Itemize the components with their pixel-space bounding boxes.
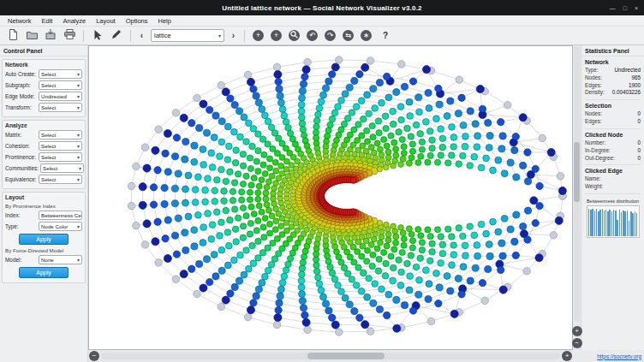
edge-mode-label: Edge Mode: — [5, 93, 34, 99]
select-value: Select — [41, 132, 56, 138]
matrix-row: Matrix: Select ▾ — [5, 130, 82, 139]
add-node-button[interactable]: + — [253, 30, 264, 41]
zoom-out-button[interactable]: − — [572, 338, 582, 348]
auto-create-label: Auto Create: — [5, 71, 36, 77]
stat-label: Edges: — [585, 82, 602, 90]
stats-network-title: Network — [585, 59, 641, 65]
histogram-bar — [635, 211, 635, 236]
histogram-bar — [613, 210, 614, 236]
menu-options[interactable]: Options — [121, 17, 153, 25]
edit-node-button[interactable] — [108, 28, 125, 44]
layout-index-select[interactable]: Betweenness Cen.. ▾ — [39, 211, 82, 220]
transform-label: Transform: — [5, 104, 32, 110]
print-network-button[interactable] — [61, 28, 78, 44]
chevron-down-icon: ▾ — [77, 154, 80, 160]
close-icon[interactable]: × — [635, 5, 638, 11]
select-value: Select — [41, 154, 56, 160]
vertical-scrollbar[interactable]: + − — [573, 45, 581, 350]
rotate-right-button[interactable]: ↷ — [325, 30, 336, 41]
equivalence-select[interactable]: Select ▾ — [39, 175, 82, 184]
new-network-button[interactable] — [4, 28, 21, 44]
network-canvas[interactable] — [88, 45, 573, 350]
scrollbar-track[interactable] — [574, 46, 580, 321]
zoom-in-button[interactable]: + — [562, 351, 572, 361]
apply-force-layout-button[interactable]: Apply — [19, 267, 69, 278]
subgraph-select[interactable]: Select ▾ — [39, 80, 82, 90]
menu-network[interactable]: Network — [3, 17, 37, 25]
select-value: None — [41, 257, 54, 263]
scrollbar-thumb[interactable] — [574, 142, 580, 202]
swap-relations-button[interactable]: ⇆ — [343, 30, 354, 41]
socnetv-link[interactable]: https://socnetv.org — [597, 353, 641, 359]
histogram-bar — [588, 209, 589, 236]
window-controls: — □ × — [610, 0, 638, 15]
layout-index-label: Index: — [5, 212, 20, 218]
relation-combo-value: lattice — [154, 32, 216, 39]
transform-select[interactable]: Select ▾ — [39, 103, 82, 112]
chevron-down-icon: ▾ — [77, 71, 80, 77]
auto-create-select[interactable]: Select ▾ — [39, 69, 82, 79]
chevron-down-icon: ▾ — [77, 104, 80, 110]
histogram-bar — [632, 213, 633, 236]
stat-row: Name: — [585, 175, 641, 183]
previous-relation-button[interactable]: ‹ — [136, 28, 147, 44]
save-icon — [45, 29, 56, 42]
chevron-down-icon: ▾ — [77, 132, 80, 138]
histogram-bar — [611, 211, 612, 236]
relation-combo[interactable]: lattice ▾ — [151, 29, 224, 42]
cohesion-select[interactable]: Select ▾ — [39, 141, 82, 151]
chevron-down-icon: ▾ — [77, 82, 80, 88]
stat-row: Edges: 0 — [585, 118, 641, 126]
stats-network-section: Network Type: Undirected Nodes: 965 Edge… — [585, 59, 641, 100]
select-value: Select — [43, 165, 57, 171]
zoom-in-button[interactable]: + — [572, 326, 582, 336]
edge-mode-select[interactable]: Undirected ▾ — [39, 92, 82, 101]
next-relation-button[interactable]: › — [228, 28, 239, 44]
menu-edit[interactable]: Edit — [37, 17, 58, 25]
scrollbar-track[interactable] — [101, 353, 560, 359]
layout-group: Layout By Prominence Index Index: Betwee… — [2, 192, 86, 283]
stat-value: 0.00403226 — [612, 89, 641, 97]
select-value: Node Color — [41, 223, 68, 229]
cohesion-row: Cohesion: Select ▾ — [5, 141, 82, 151]
stats-clicked-edge-title: Clicked Edge — [585, 168, 641, 174]
transform-row: Transform: Select ▾ — [5, 103, 82, 112]
histogram-bar — [623, 211, 623, 236]
find-node-button[interactable] — [289, 30, 300, 41]
stat-value: Undirected — [615, 67, 641, 74]
stats-clicked-edge-section: Clicked Edge Name: Weight: — [585, 168, 641, 194]
minimize-icon[interactable]: — — [610, 5, 616, 11]
scrollbar-thumb[interactable] — [307, 353, 385, 359]
communities-select[interactable]: Select ▾ — [40, 163, 84, 173]
open-network-button[interactable] — [23, 28, 40, 44]
zoom-out-button[interactable]: − — [89, 351, 99, 361]
layout-type-row: Type: Node Color ▾ — [5, 222, 82, 231]
chevron-down-icon: ▾ — [77, 257, 80, 263]
stat-label: Name: — [585, 175, 601, 183]
prominence-row: Prominence: Select ▾ — [5, 152, 82, 162]
histogram-bar — [590, 210, 591, 236]
histogram-bar — [607, 211, 608, 236]
add-edge-button[interactable]: + — [271, 30, 282, 41]
stat-row: In-Degree: 0 — [585, 147, 641, 155]
menu-analyze[interactable]: Analyze — [57, 17, 91, 25]
pointer-tool-button[interactable] — [89, 28, 106, 44]
matrix-select[interactable]: Select ▾ — [39, 130, 82, 139]
maximize-icon[interactable]: □ — [623, 5, 627, 11]
rotate-left-button[interactable]: ↶ — [307, 30, 318, 41]
select-value: Select — [41, 71, 56, 77]
stat-row: Weight: — [585, 183, 641, 191]
analyze-group: Analyze Matrix: Select ▾ Cohesion: Selec… — [2, 120, 86, 189]
prominence-select[interactable]: Select ▾ — [39, 152, 82, 162]
help-button[interactable]: ? — [379, 28, 392, 44]
menu-layout[interactable]: Layout — [91, 17, 121, 25]
horizontal-scrollbar[interactable]: − + — [88, 350, 573, 362]
save-network-button[interactable] — [42, 28, 59, 44]
layout-model-select[interactable]: None ▾ — [39, 255, 82, 264]
menu-help[interactable]: Help — [153, 17, 176, 25]
settings-button[interactable]: ∗ — [361, 30, 372, 41]
apply-prominence-layout-button[interactable]: Apply — [19, 234, 69, 245]
histogram-bar — [605, 210, 606, 236]
layout-type-select[interactable]: Node Color ▾ — [39, 222, 82, 231]
network-visualization — [89, 46, 572, 349]
